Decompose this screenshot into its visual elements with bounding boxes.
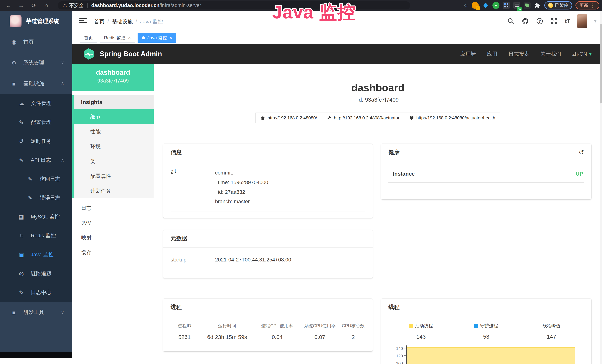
locale-label: zh-CN [572, 51, 587, 57]
sba-side-item-classes[interactable]: 类 [74, 154, 154, 169]
browser-home-icon[interactable]: ⌂ [42, 2, 50, 9]
service-url-button[interactable]: http://192.168.0.2:48080/ [256, 113, 322, 123]
tag-home[interactable]: 首页 [80, 33, 97, 43]
github-icon[interactable] [522, 17, 529, 25]
close-icon[interactable]: × [128, 35, 131, 40]
java-monitor-icon: ▣ [17, 251, 26, 258]
fullscreen-icon[interactable] [550, 17, 558, 25]
scrollbar-track[interactable] [600, 11, 602, 364]
thread-stats: 活动线程 守护进程 线程峰值 143 53 147 [388, 323, 584, 340]
extension-pin-icon[interactable] [482, 2, 489, 9]
close-icon[interactable]: × [170, 35, 172, 40]
breadcrumb-current: Java 监控 [140, 18, 163, 25]
page-subtitle: Id: 93a3fc7f7409 [154, 96, 602, 103]
help-icon[interactable]: ? [536, 17, 543, 25]
scrollbar-thumb[interactable] [600, 24, 602, 104]
legend-live-threads: 活动线程 [409, 323, 433, 329]
sba-brand[interactable]: Spring Boot Admin [83, 48, 162, 60]
sidebar-item-label: Redis 监控 [31, 232, 56, 239]
sidebar-item-system-mgmt[interactable]: ⚙ 系统管理 ∨ [0, 52, 72, 73]
search-icon[interactable] [507, 17, 515, 25]
sba-side-item-config-props[interactable]: 配置属性 [74, 169, 154, 183]
sidebar-item-log-center[interactable]: ✎ 日志中心 [0, 283, 72, 302]
breadcrumb-separator: / [136, 18, 137, 25]
sidebar-item-dev-tools[interactable]: ▣ 研发工具 ∨ [0, 302, 72, 323]
sidebar-item-api-log[interactable]: ✎ API 日志 ∧ [0, 150, 72, 170]
tag-java-monitor[interactable]: Java 监控 × [138, 33, 176, 43]
browser-back-icon[interactable]: ← [4, 2, 13, 9]
sba-nav-journal[interactable]: 日志报表 [509, 50, 529, 57]
browser-menu-kebab-icon[interactable]: ⋮ [590, 2, 595, 9]
sidebar-item-infrastructure[interactable]: ▣ 基础设施 ∧ [0, 73, 72, 94]
font-size-icon[interactable]: tT [565, 18, 570, 24]
hamburger-icon[interactable] [79, 18, 87, 24]
legend-peak-threads: 线程峰值 [542, 323, 560, 329]
live-threads-value: 143 [416, 334, 426, 340]
sba-nav-applications[interactable]: 应用 [487, 50, 497, 57]
sba-nav-wallboard[interactable]: 应用墙 [460, 50, 476, 57]
sidebar-item-tracing[interactable]: ◎ 链路追踪 [0, 264, 72, 283]
user-avatar[interactable] [577, 14, 587, 28]
address-bar[interactable]: ⚠ 不安全 dashboard.yudao.iocoder.cn /infra/… [58, 1, 410, 10]
extensions-puzzle-icon[interactable] [534, 2, 541, 9]
update-label: 更新 [579, 2, 588, 8]
extension-colorzilla-icon[interactable]: 1 [472, 2, 479, 9]
info-git-label: git [171, 168, 215, 206]
sidebar-item-label: Java 监控 [31, 251, 54, 258]
sba-main: dashboard Id: 93a3fc7f7409 http://192.16… [154, 64, 602, 364]
sba-side-item-caches[interactable]: 缓存 [72, 245, 154, 260]
health-history-icon[interactable]: ↺ [579, 149, 584, 156]
sidebar-item-home[interactable]: ◉ 首页 [0, 32, 72, 52]
extension-grid-icon[interactable] [503, 2, 510, 9]
svg-text:?: ? [538, 19, 541, 23]
sba-side-item-jvm[interactable]: JVM [72, 215, 154, 230]
browser-forward-icon[interactable]: → [17, 2, 25, 9]
bookmark-star-icon[interactable]: ☆ [463, 2, 468, 9]
sidebar-item-error-log[interactable]: ✎ 错误日志 [0, 188, 72, 207]
dashboard-icon: ◉ [10, 39, 18, 45]
health-instance-row[interactable]: Instance UP [388, 168, 584, 183]
sidebar-item-label: 错误日志 [40, 194, 60, 201]
toolbox-icon: ▣ [10, 309, 18, 316]
sidebar-item-label: 首页 [23, 38, 34, 45]
extension-onetab-icon[interactable]: on [513, 2, 520, 9]
sidebar-item-label: MySQL 监控 [31, 213, 60, 220]
home-icon [260, 116, 265, 120]
extension-leaf-icon[interactable] [524, 2, 531, 9]
breadcrumb-home[interactable]: 首页 [94, 18, 105, 25]
user-caret-down-icon[interactable]: ▾ [594, 19, 596, 24]
tags-view-bar: 首页 Redis 监控 × Java 监控 × [72, 32, 602, 44]
sba-side-item-logs[interactable]: 日志 [72, 201, 154, 215]
sidebar-item-access-log[interactable]: ✎ 访问日志 [0, 170, 72, 188]
health-url-button[interactable]: http://192.168.0.2:48080/actuator/health [404, 113, 500, 123]
health-instance-label: Instance [393, 171, 415, 177]
sba-logo-icon [83, 48, 95, 60]
sba-side-item-details[interactable]: 细节 [74, 109, 154, 124]
sidebar-item-scheduled-tasks[interactable]: ↺ 定时任务 [0, 132, 72, 150]
sba-side-item-mappings[interactable]: 映射 [72, 230, 154, 245]
sidebar-item-mysql-monitor[interactable]: ▦ MySQL 监控 [0, 207, 72, 226]
cloud-upload-icon: ☁ [17, 100, 26, 107]
threads-card-header: 线程 [381, 299, 591, 316]
tag-redis-monitor[interactable]: Redis 监控 × [100, 33, 135, 43]
sba-nav-about[interactable]: 关于我们 [540, 50, 561, 57]
profile-paused-chip[interactable]: 已暂停 [544, 1, 572, 10]
sba-side-item-metrics[interactable]: 性能 [74, 124, 154, 139]
sba-side-item-scheduled[interactable]: 计划任务 [74, 183, 154, 198]
browser-reload-icon[interactable]: ⟳ [30, 2, 38, 9]
sba-instance-sidebar: dashboard 93a3fc7f7409 Insights 细节 性能 环境… [72, 64, 154, 364]
update-button[interactable]: 更新 ⋮ [575, 1, 599, 10]
sba-locale-select[interactable]: zh-CN ▾ [572, 51, 592, 57]
sidebar-item-config-mgmt[interactable]: ✎ 配置管理 [0, 113, 72, 132]
sba-side-item-environment[interactable]: 环境 [74, 139, 154, 154]
chevron-up-icon: ∧ [61, 157, 64, 163]
sidebar-item-file-mgmt[interactable]: ☁ 文件管理 [0, 94, 72, 113]
breadcrumb-infrastructure[interactable]: 基础设施 [112, 18, 133, 25]
metadata-card-header: 元数据 [163, 230, 373, 247]
app-logo-row[interactable]: 芋道管理系统 [0, 11, 72, 32]
sidebar-item-java-monitor[interactable]: ▣ Java 监控 [0, 245, 72, 264]
card-title: 信息 [171, 149, 182, 156]
extension-tampermonkey-icon[interactable]: y [493, 2, 499, 9]
actuator-url-button[interactable]: http://192.168.0.2:48080/actuator [322, 113, 405, 123]
sidebar-item-redis-monitor[interactable]: ≋ Redis 监控 [0, 226, 72, 245]
